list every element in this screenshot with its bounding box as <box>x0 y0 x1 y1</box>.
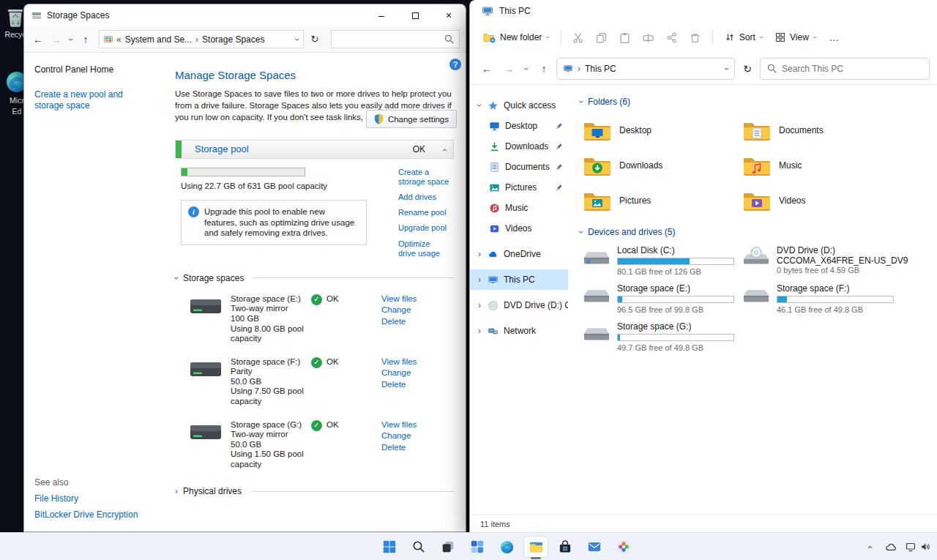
folder-tile-videos[interactable]: Videos <box>738 183 897 218</box>
close-button[interactable]: × <box>432 4 466 26</box>
cut-button[interactable] <box>567 26 589 48</box>
breadcrumb-overflow-icon[interactable]: « <box>116 34 122 45</box>
taskbar-search-button[interactable] <box>404 533 433 560</box>
sort-button[interactable]: Sort › <box>719 28 768 47</box>
new-folder-button[interactable]: New folder › <box>477 28 555 48</box>
control-panel-search-box[interactable] <box>331 30 460 48</box>
file-history-link[interactable]: File History <box>34 493 159 504</box>
create-storage-space-link[interactable]: Create a storage space <box>398 168 449 187</box>
folder-tile-documents[interactable]: Documents <box>738 113 897 148</box>
control-panel-home-link[interactable]: Control Panel Home <box>34 64 159 75</box>
paste-button[interactable] <box>614 26 636 48</box>
minimize-button[interactable]: – <box>365 4 398 26</box>
storage-spaces-section-header[interactable]: › Storage spaces <box>175 273 454 283</box>
delete-link[interactable]: Delete <box>381 380 433 390</box>
recent-locations-icon[interactable]: › <box>67 38 75 41</box>
create-pool-link[interactable]: Create a new pool and storage space <box>34 89 144 111</box>
drive-tile-dvd-d[interactable]: DVD Drive (D:) CCCOMA_X64FRE_EN-US_DV9 0… <box>738 243 897 281</box>
expand-icon[interactable]: › <box>478 250 481 258</box>
rename-pool-link[interactable]: Rename pool <box>398 208 449 217</box>
add-drives-link[interactable]: Add drives <box>398 193 449 202</box>
sidebar-item-onedrive[interactable]: › OneDrive <box>470 244 568 264</box>
help-icon[interactable]: ? <box>449 59 461 70</box>
task-view-button[interactable] <box>433 533 463 560</box>
delete-link[interactable]: Delete <box>381 443 433 453</box>
mail-button[interactable] <box>580 533 609 560</box>
onedrive-tray-button[interactable] <box>881 536 900 558</box>
back-button[interactable]: ← <box>30 34 46 45</box>
explorer-search-box[interactable] <box>760 58 930 80</box>
file-explorer-button[interactable] <box>521 533 550 560</box>
drive-tile-local-disk-c[interactable]: Local Disk (C:) 80.1 GB free of 126 GB <box>578 243 738 281</box>
widgets-button[interactable] <box>463 533 492 560</box>
sidebar-item-quick-access[interactable]: › Quick access <box>470 95 568 116</box>
rename-button[interactable] <box>638 26 660 48</box>
network-volume-button[interactable] <box>903 536 933 558</box>
address-box[interactable]: › This PC › <box>556 58 735 80</box>
change-link[interactable]: Change <box>381 431 433 441</box>
sidebar-item-videos[interactable]: Videos <box>470 218 568 239</box>
delete-link[interactable]: Delete <box>381 317 433 327</box>
copy-button[interactable] <box>591 26 613 48</box>
folder-tile-pictures[interactable]: Pictures <box>578 183 738 218</box>
up-button[interactable]: ↑ <box>78 34 94 45</box>
sidebar-item-downloads[interactable]: Downloads <box>470 136 568 157</box>
back-button[interactable]: ← <box>477 63 496 75</box>
breadcrumb-item-system[interactable]: System and Se... <box>125 34 192 45</box>
sidebar-item-music[interactable]: Music <box>470 198 568 218</box>
change-link[interactable]: Change <box>381 368 433 378</box>
breadcrumb-item-current[interactable]: Storage Spaces <box>202 34 264 45</box>
forward-button[interactable]: → <box>499 63 518 75</box>
view-files-link[interactable]: View files <box>381 294 433 305</box>
share-button[interactable] <box>661 26 683 48</box>
collapse-icon[interactable]: › <box>440 149 449 152</box>
bitlocker-link[interactable]: BitLocker Drive Encryption <box>34 509 159 520</box>
title-bar[interactable]: This PC <box>470 0 937 22</box>
edge-button[interactable] <box>492 533 521 560</box>
sidebar-item-pictures[interactable]: Pictures <box>470 177 568 198</box>
folder-tile-music[interactable]: Music <box>738 148 897 183</box>
expand-icon[interactable]: › <box>475 104 484 107</box>
devices-group-header[interactable]: › Devices and drives (5) <box>580 227 937 237</box>
folders-group-header[interactable]: › Folders (6) <box>580 97 937 107</box>
view-files-link[interactable]: View files <box>381 357 433 367</box>
hidden-icons-button[interactable]: › <box>859 536 878 558</box>
refresh-button[interactable]: ↻ <box>306 34 324 45</box>
change-link[interactable]: Change <box>381 305 433 316</box>
start-button[interactable] <box>375 533 404 560</box>
upgrade-pool-link[interactable]: Upgrade pool <box>398 223 449 233</box>
drive-tile-storage-e[interactable]: Storage space (E:) 96.5 GB free of 99.8 … <box>578 281 738 319</box>
breadcrumb-item-this-pc[interactable]: This PC <box>585 64 616 74</box>
sidebar-item-dvd-drive[interactable]: › DVD Drive (D:) CCC <box>470 295 568 316</box>
sidebar-item-network[interactable]: › Network <box>470 321 568 341</box>
photos-button[interactable] <box>609 533 638 560</box>
sidebar-item-desktop[interactable]: Desktop <box>470 116 568 136</box>
search-input[interactable] <box>782 64 922 74</box>
expand-icon[interactable]: › <box>478 301 481 310</box>
maximize-button[interactable] <box>398 4 432 26</box>
delete-button[interactable] <box>684 26 706 48</box>
refresh-button[interactable]: ↻ <box>738 63 757 75</box>
expand-icon[interactable]: › <box>478 326 481 335</box>
breadcrumb[interactable]: « System and Se... › Storage Spaces › <box>99 30 304 48</box>
see-more-button[interactable]: … <box>823 26 845 48</box>
address-dropdown-icon[interactable]: › <box>723 67 731 70</box>
recent-locations-icon[interactable]: › <box>522 67 531 70</box>
storage-pool-header[interactable]: Storage pool OK › <box>175 140 454 159</box>
physical-drives-section-header[interactable]: › Physical drives <box>175 486 454 496</box>
view-files-link[interactable]: View files <box>381 420 433 430</box>
folder-tile-downloads[interactable]: Downloads <box>578 148 738 183</box>
forward-button[interactable]: → <box>48 34 64 45</box>
optimize-drive-usage-link[interactable]: Optimize drive usage <box>398 239 449 258</box>
up-button[interactable]: ↑ <box>534 63 553 75</box>
expand-icon[interactable]: › <box>478 275 481 284</box>
drive-tile-storage-f[interactable]: Storage space (F:) 46.1 GB free of 49.8 … <box>738 281 897 319</box>
search-input[interactable] <box>337 34 440 45</box>
sidebar-item-documents[interactable]: Documents <box>470 157 568 177</box>
drive-tile-storage-g[interactable]: Storage space (G:) 49.7 GB free of 49.8 … <box>578 319 738 357</box>
sidebar-item-this-pc[interactable]: › This PC <box>470 269 568 290</box>
folder-tile-desktop[interactable]: Desktop <box>578 113 738 148</box>
view-button[interactable]: View › <box>769 28 821 47</box>
title-bar[interactable]: Storage Spaces – × <box>24 4 466 26</box>
store-button[interactable] <box>550 533 580 560</box>
